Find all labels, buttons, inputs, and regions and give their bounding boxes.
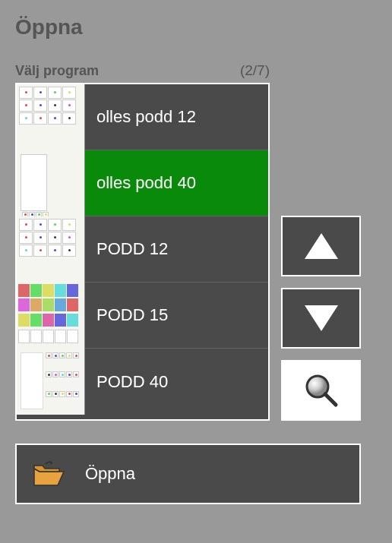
arrow-up-icon <box>305 233 338 259</box>
thumbnail <box>17 84 85 150</box>
item-label: PODD 40 <box>85 372 168 392</box>
open-button-label: Öppna <box>85 464 135 484</box>
main-content: olles podd 12 <box>15 83 377 421</box>
scroll-up-button[interactable] <box>281 216 361 276</box>
list-item[interactable]: olles podd 12 <box>17 84 268 150</box>
item-label: PODD 15 <box>85 305 168 325</box>
folder-open-icon <box>32 459 66 488</box>
subtitle-row: Välj program (2/7) <box>15 62 270 79</box>
thumbnail <box>17 216 85 283</box>
thumbnail <box>17 349 85 415</box>
page-counter: (2/7) <box>240 62 270 79</box>
list-item[interactable]: PODD 15 <box>17 283 268 349</box>
list-item[interactable]: PODD 40 <box>17 349 268 415</box>
magnifier-icon <box>302 371 340 409</box>
svg-line-1 <box>325 394 336 405</box>
scroll-down-button[interactable] <box>281 288 361 349</box>
arrow-down-icon <box>305 305 338 331</box>
thumbnail <box>17 150 85 216</box>
list-item[interactable]: olles podd 40 <box>17 150 268 216</box>
subtitle: Välj program <box>15 63 99 79</box>
item-label: PODD 12 <box>85 239 168 259</box>
search-button[interactable] <box>281 360 361 421</box>
program-list: olles podd 12 <box>15 83 270 421</box>
open-button[interactable]: Öppna <box>15 444 361 504</box>
list-item[interactable]: PODD 12 <box>17 216 268 283</box>
item-label: olles podd 12 <box>85 107 196 127</box>
side-buttons <box>281 216 361 421</box>
item-label: olles podd 40 <box>85 173 196 193</box>
thumbnail <box>17 283 85 349</box>
page-title: Öppna <box>15 15 377 39</box>
